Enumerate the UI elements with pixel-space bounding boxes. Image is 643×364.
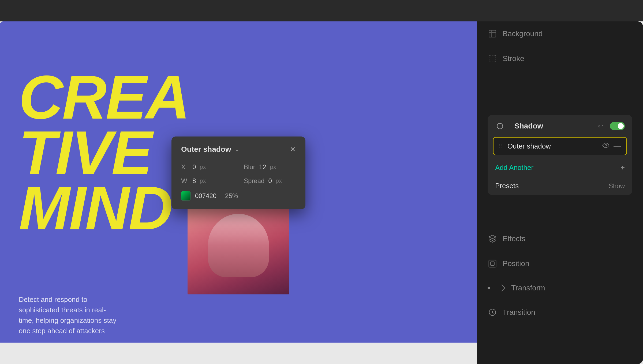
shadow-panel-icon xyxy=(495,121,505,131)
top-bar xyxy=(0,0,643,21)
popup-chevron-icon[interactable]: ⌄ xyxy=(235,146,240,153)
popup-close-button[interactable]: ✕ xyxy=(290,145,296,154)
back-button[interactable]: ↩ xyxy=(596,121,604,131)
visibility-toggle-button[interactable] xyxy=(602,142,609,150)
blur-field-value[interactable]: 12 xyxy=(259,163,266,171)
add-shadow-plus-button[interactable]: + xyxy=(620,163,625,172)
svg-point-3 xyxy=(605,145,607,146)
outer-shadow-label: Outer shadow xyxy=(507,142,598,150)
presets-row: Presets Show xyxy=(488,177,632,195)
stroke-icon xyxy=(488,54,497,63)
subtitle-text: Detect and respond to sophisticated thre… xyxy=(19,294,121,336)
w-field-row: W 8 px xyxy=(181,177,233,185)
spread-field-label: Spread xyxy=(244,177,264,185)
svg-rect-1 xyxy=(489,55,496,62)
spread-field-value[interactable]: 0 xyxy=(268,177,272,185)
stroke-item[interactable]: Stroke xyxy=(477,46,643,71)
x-field-label: X xyxy=(181,163,189,171)
transition-icon xyxy=(488,308,497,317)
x-field-row: X 0 px xyxy=(181,163,233,171)
add-another-row: Add Another + xyxy=(488,160,632,176)
presets-label: Presets xyxy=(495,182,519,190)
effects-label: Effects xyxy=(503,234,525,243)
color-swatch[interactable] xyxy=(181,191,191,201)
spread-field-unit: px xyxy=(276,177,282,184)
transform-label: Transform xyxy=(511,284,545,292)
remove-shadow-button[interactable]: — xyxy=(614,142,621,150)
w-field-value[interactable]: 8 xyxy=(192,177,196,185)
blur-field-row: Blur 12 px xyxy=(244,163,296,171)
position-label: Position xyxy=(503,259,529,268)
background-label: Background xyxy=(503,29,543,38)
transform-dot xyxy=(488,284,506,292)
color-row: 007420 25% xyxy=(181,191,296,201)
background-icon xyxy=(488,29,497,39)
right-panel: Background Stroke Shadow ↩ xyxy=(477,21,643,364)
add-another-button[interactable]: Add Another xyxy=(495,164,533,172)
color-opacity-value[interactable]: 25% xyxy=(225,192,238,200)
shadow-actions: ↩ xyxy=(596,121,625,131)
popup-title-row: Outer shadow ⌄ xyxy=(181,145,240,154)
effects-icon xyxy=(488,234,497,244)
shadow-panel-header: Shadow ↩ xyxy=(488,115,632,137)
spread-field-row: Spread 0 px xyxy=(244,177,296,185)
svg-rect-4 xyxy=(489,260,496,267)
drag-handle-icon: ⠿ xyxy=(499,144,502,149)
transition-label: Transition xyxy=(503,308,535,317)
shadow-title-row: Shadow xyxy=(495,121,543,131)
transform-item[interactable]: Transform xyxy=(477,276,643,300)
w-field-unit: px xyxy=(200,177,206,184)
transition-item[interactable]: Transition xyxy=(477,300,643,325)
shadow-toggle[interactable] xyxy=(610,122,625,130)
x-field-value[interactable]: 0 xyxy=(192,163,196,171)
color-hex-value[interactable]: 007420 xyxy=(195,192,216,200)
background-item[interactable]: Background xyxy=(477,21,643,46)
presets-show-button[interactable]: Show xyxy=(609,182,625,190)
svg-rect-5 xyxy=(491,262,494,265)
position-icon xyxy=(488,259,497,268)
w-field-label: W xyxy=(181,177,189,185)
popup-fields: X 0 px Blur 12 px W 8 px Spread 0 px xyxy=(181,163,296,185)
shadow-panel: Shadow ↩ ⠿ Outer shadow — Add Another + xyxy=(488,115,632,195)
shadow-detail-popup: Outer shadow ⌄ ✕ X 0 px Blur 12 px W 8 p… xyxy=(171,136,305,209)
x-field-unit: px xyxy=(200,164,206,170)
svg-rect-0 xyxy=(489,30,496,37)
shadow-panel-title: Shadow xyxy=(514,122,543,130)
blur-field-unit: px xyxy=(270,164,276,170)
popup-header: Outer shadow ⌄ ✕ xyxy=(181,145,296,154)
position-item[interactable]: Position xyxy=(477,251,643,276)
headline-text: CREA TIVE MIND xyxy=(19,70,189,236)
stroke-label: Stroke xyxy=(503,54,524,63)
popup-title: Outer shadow xyxy=(181,145,231,154)
blur-field-label: Blur xyxy=(244,163,255,171)
effects-item[interactable]: Effects xyxy=(477,226,643,251)
outer-shadow-row[interactable]: ⠿ Outer shadow — xyxy=(493,137,627,155)
